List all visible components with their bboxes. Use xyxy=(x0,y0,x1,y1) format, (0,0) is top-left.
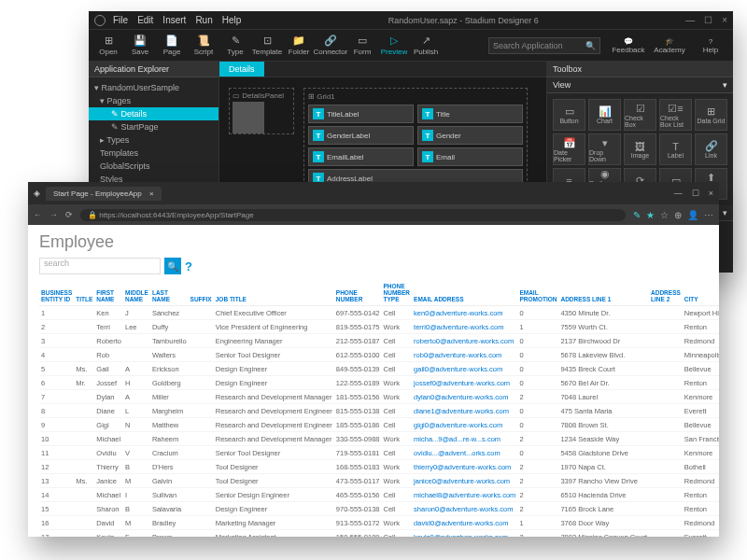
toolbar-publish[interactable]: ↗Publish xyxy=(410,32,442,60)
toolbar-form[interactable]: ▭Form xyxy=(346,32,378,60)
column-header[interactable]: ADDRESS LINE 1 xyxy=(558,280,649,306)
toolbar-save[interactable]: 💾Save xyxy=(124,32,156,60)
label-widget[interactable]: TGenderLabel xyxy=(308,126,414,145)
collections-icon[interactable]: ⊕ xyxy=(674,210,682,220)
email-link[interactable]: terri0@adventure-works.com xyxy=(414,323,503,331)
email-link[interactable]: thierry0@adventure-works.com xyxy=(414,463,511,471)
menu-edit[interactable]: Edit xyxy=(137,15,153,25)
menu-file[interactable]: File xyxy=(113,15,128,25)
menu-insert[interactable]: Insert xyxy=(162,15,186,25)
toolbar-preview[interactable]: ▷Preview xyxy=(378,32,410,60)
email-link[interactable]: sharon0@adventure-works.com xyxy=(414,505,513,513)
menu-help[interactable]: Help xyxy=(222,15,242,25)
details-panel-widget[interactable]: ▭ DetailsPanel xyxy=(229,88,294,134)
email-link[interactable]: ovidiu...@advent...orks.com xyxy=(414,449,500,457)
toolbar-connector[interactable]: 🔗Connector xyxy=(315,32,346,60)
grid1-widget[interactable]: ⊞ Grid1 TTitleLabelTTitleTGenderLabelTGe… xyxy=(303,88,528,195)
help-icon[interactable]: ? xyxy=(185,259,192,273)
label-widget[interactable]: TTitleLabel xyxy=(308,105,414,123)
label-widget[interactable]: TEmailLabel xyxy=(308,147,414,166)
tree-item[interactable]: ▾ RandomUserSample xyxy=(89,81,218,94)
column-header[interactable]: LAST NAME xyxy=(150,280,189,306)
search-app-input[interactable]: Search Application🔍 xyxy=(488,37,600,54)
toolbar-type[interactable]: ✎Type xyxy=(219,32,251,60)
column-header[interactable]: FIRST NAME xyxy=(94,280,123,306)
column-header[interactable]: SUFFIX xyxy=(189,280,214,306)
toolbar-open[interactable]: ⊞Open xyxy=(92,32,124,60)
back-icon[interactable]: ← xyxy=(34,210,42,219)
tool-check-box[interactable]: ☑Check Box xyxy=(624,99,656,131)
email-link[interactable]: gigi0@adventure-works.com xyxy=(414,421,502,429)
fav-icon[interactable]: ☆ xyxy=(660,210,669,220)
column-header[interactable]: CITY xyxy=(683,280,719,306)
forward-icon[interactable]: → xyxy=(49,210,58,219)
tree-item[interactable]: ✎ StartPage xyxy=(89,120,218,133)
label-widget[interactable]: TTitle xyxy=(417,105,523,123)
view-header[interactable]: View▾ xyxy=(547,77,733,93)
max-icon[interactable]: ☐ xyxy=(692,189,699,198)
browser-tab[interactable]: Start Page - EmployeeApp × xyxy=(46,187,162,201)
column-header[interactable]: PHONE NUMBER xyxy=(334,280,382,306)
column-header[interactable]: ADDRESS LINE 2 xyxy=(649,280,683,306)
tool-image[interactable]: 🖼Image xyxy=(624,133,656,165)
profile-icon[interactable]: 👤 xyxy=(687,210,698,220)
email-link[interactable]: janice0@adventure-works.com xyxy=(414,477,510,485)
explorer-header: Application Explorer xyxy=(89,62,218,77)
column-header[interactable]: TITLE xyxy=(74,280,94,306)
email-link[interactable]: kevin0@adventure-works.com xyxy=(414,533,508,538)
canvas-tab-details[interactable]: Details xyxy=(219,62,264,77)
column-header[interactable]: EMAIL ADDRESS xyxy=(412,280,517,306)
tool-data-grid[interactable]: ⊞Data Grid xyxy=(695,99,727,131)
column-header[interactable]: JOB TITLE xyxy=(214,280,334,306)
column-header[interactable]: PHONE NUMBER TYPE xyxy=(382,280,413,306)
tool-label[interactable]: TLabel xyxy=(659,133,692,165)
rbtn-academy[interactable]: 🎓Academy xyxy=(651,37,688,54)
rbtn-help[interactable]: ?Help xyxy=(692,37,729,54)
tool-link[interactable]: 🔗Link xyxy=(695,133,727,165)
email-link[interactable]: diane1@adventure-works.com xyxy=(414,407,509,415)
more-icon[interactable]: ⋯ xyxy=(704,210,713,220)
search-button[interactable]: 🔍 xyxy=(164,258,181,274)
ext1-icon[interactable]: ✎ xyxy=(633,210,641,220)
label-widget[interactable]: TEmail xyxy=(417,147,523,166)
tree-item[interactable]: ▾ Pages xyxy=(89,94,218,107)
ext2-icon[interactable]: ★ xyxy=(646,210,655,220)
rbtn-feedback[interactable]: 💬Feedback xyxy=(610,37,647,54)
label-widget[interactable]: TGender xyxy=(417,126,523,145)
min-icon[interactable]: — xyxy=(674,189,683,198)
email-link[interactable]: ken0@adventure-works.com xyxy=(414,309,503,317)
tree-item[interactable]: ▸ Types xyxy=(89,133,218,147)
email-link[interactable]: rob0@adventure-works.com xyxy=(414,351,501,359)
column-header[interactable]: BUSINESS ENTITY ID xyxy=(39,280,74,306)
toolbar-page[interactable]: 📄Page xyxy=(156,32,188,60)
email-link[interactable]: roberto0@adventure-works.com xyxy=(414,337,514,345)
toolbar-script[interactable]: 📜Script xyxy=(188,32,219,60)
tree-item[interactable]: GlobalScripts xyxy=(89,160,218,173)
tool-button[interactable]: ▭Button xyxy=(553,99,585,131)
tool-date-picker[interactable]: 📅Date Picker xyxy=(553,133,585,165)
email-link[interactable]: micha...9@ad...re-w...s.com xyxy=(414,435,500,443)
close-icon[interactable]: × xyxy=(709,189,713,198)
winbtn[interactable]: — xyxy=(685,15,695,25)
column-header[interactable]: EMAIL PROMOTION xyxy=(517,280,558,306)
menu-run[interactable]: Run xyxy=(195,15,212,25)
winbtn[interactable]: ☐ xyxy=(704,15,712,25)
winbtn[interactable]: × xyxy=(722,15,727,25)
email-link[interactable]: jossef0@adventure-works.com xyxy=(414,379,510,387)
tool-drop-down[interactable]: ▾Drop Down xyxy=(588,133,621,165)
tree-item[interactable]: Templates xyxy=(89,147,218,160)
email-link[interactable]: michael8@adventure-works.com xyxy=(414,491,515,499)
toolbar-folder[interactable]: 📁Folder xyxy=(283,32,315,60)
column-header[interactable]: MIDDLE NAME xyxy=(123,280,150,306)
email-link[interactable]: gail0@adventure-works.com xyxy=(414,365,502,373)
tree-item[interactable]: ✎ Details xyxy=(89,107,218,120)
search-input[interactable]: search xyxy=(39,258,161,274)
tool-check-box-list[interactable]: ☑≡Check Box List xyxy=(659,99,692,131)
url-input[interactable]: 🔒 https://localhost:6443/EmployeeApp/Sta… xyxy=(80,209,626,221)
image-widget[interactable] xyxy=(233,102,264,133)
email-link[interactable]: dylan0@adventure-works.com xyxy=(414,393,508,401)
refresh-icon[interactable]: ⟳ xyxy=(65,210,73,219)
tool-chart[interactable]: 📊Chart xyxy=(588,99,621,131)
toolbar-template[interactable]: ⊡Template xyxy=(251,32,283,60)
email-link[interactable]: david0@adventure-works.com xyxy=(414,519,508,527)
